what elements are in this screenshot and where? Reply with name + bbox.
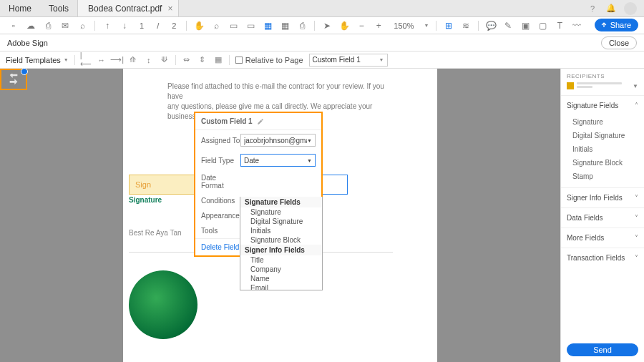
close-button[interactable]: Close [601,36,637,49]
field-palette-item[interactable]: Stamp [561,170,644,183]
accordion-title: Signature Fields [567,102,618,109]
signature-caption: Signature [129,196,162,204]
field-type-option[interactable]: Initials [240,226,322,235]
hand-icon[interactable]: ✋ [194,21,204,31]
field-type-option[interactable]: Signature [240,207,322,217]
assigned-to-select[interactable]: jacobrjohnson@gmail.com (Gro ▼ [240,134,316,147]
field-palette-item[interactable]: Signature Block [561,156,644,170]
zoom-level[interactable]: 150% [391,21,416,30]
align-left-icon[interactable]: |⟵ [81,55,91,65]
search-icon[interactable]: ⌕ [77,21,87,31]
tab-home[interactable]: Home [0,0,40,16]
page-current: 1 [137,21,147,30]
page-sep: / [154,21,162,30]
media-icon[interactable]: ▦ [280,21,290,31]
zoom-out-icon[interactable]: − [356,21,366,31]
stamp-tool-icon[interactable]: ▢ [537,21,547,31]
page-thumb-icon[interactable]: ▭ [228,21,238,31]
tab-tools[interactable]: Tools [40,0,77,16]
popover-title: Custom Field 1 [201,117,253,125]
zoom-in-icon[interactable]: + [374,21,384,31]
page-total: 2 [169,21,179,30]
send-button[interactable]: Send [567,343,638,356]
text-tool-icon[interactable]: T [555,21,565,31]
field-type-option[interactable]: Signature Block [240,235,322,245]
print-icon[interactable]: ⎙ [43,21,53,31]
mail-icon[interactable]: ✉ [60,21,70,31]
field-properties-popover: Custom Field 1 Assigned To jacobrjohnson… [194,112,323,257]
pencil-icon[interactable] [257,118,264,125]
fit-page-icon[interactable]: ▭ [245,21,255,31]
notification-icon[interactable]: 🔔 [605,3,617,14]
highlight-icon[interactable]: ✎ [503,21,513,31]
recipient-color-swatch [567,82,574,89]
align-top-icon[interactable]: ⟰ [128,55,138,65]
field-type-option[interactable]: Title [240,255,322,265]
date-format-label: Date Format [201,174,240,190]
tab-document-label: Bodea Contract.pdf [88,4,162,14]
field-type-value: Date [244,157,259,165]
match-height-icon[interactable]: ⇕ [197,55,208,65]
field-palette-item[interactable]: Initials [561,142,644,156]
cloud-icon[interactable]: ☁ [26,21,36,31]
accordion-header[interactable]: Transaction Fields˅ [561,248,644,268]
template-bar: Field Templates ▼ |⟵ ↔ ⟶| ⟰ ↕ ⟱ ⇔ ⇕ ▦ Re… [0,52,644,69]
align-bottom-icon[interactable]: ⟱ [160,55,170,65]
field-type-group: Signature Fields [240,197,322,207]
tab-close-icon[interactable]: × [167,4,172,14]
custom-field-select-value: Custom Field 1 [313,56,361,64]
nudge-tool-button[interactable] [0,69,27,90]
comment-icon[interactable]: 💬 [486,21,496,31]
chevron-down-icon: ▼ [633,83,638,89]
field-type-option[interactable]: Name [240,274,322,283]
page-down-icon[interactable]: ↓ [119,21,130,31]
accordion-header[interactable]: Data Fields˅ [561,208,644,228]
field-type-option[interactable]: Company [240,265,322,274]
accordion-title: More Fields [567,234,604,242]
field-type-option[interactable]: Digital Signature [240,217,322,226]
field-palette-item[interactable]: Signature [561,115,644,129]
main-toolbar: ▫ ☁ ⎙ ✉ ⌕ ↑ ↓ 1 / 2 ✋ ⌕ ▭ ▭ ▦ ▦ ⎙ ➤ ✋ − … [0,17,644,34]
recipient-email-placeholder [577,82,630,89]
snap-icon[interactable]: ⊞ [444,21,454,31]
field-type-select[interactable]: Date ▼ [240,154,316,167]
tab-document[interactable]: Bodea Contract.pdf × [77,0,179,16]
chevron-up-icon: ˄ [635,102,638,109]
align-middle-v-icon[interactable]: ↕ [144,55,154,65]
reflow-icon[interactable]: ≋ [461,21,471,31]
view-mode-icon[interactable]: ▦ [263,21,273,31]
field-type-option[interactable]: Email [240,283,322,290]
nudge-badge-icon [21,68,28,75]
sign-title: Adobe Sign [7,39,48,47]
help-icon[interactable]: ? [587,3,598,14]
recipient-item[interactable]: ▼ [561,81,644,95]
image-tool-icon[interactable]: ▣ [520,21,530,31]
custom-field-select[interactable]: Custom Field 1 ▼ [309,54,388,67]
field-templates-dropdown[interactable]: Field Templates ▼ [6,56,69,64]
accordion-header[interactable]: Signer Info Fields˅ [561,188,644,207]
draw-tool-icon[interactable]: 〰 [572,21,582,31]
accordion-header[interactable]: More Fields˅ [561,228,644,248]
page-up-icon[interactable]: ↑ [102,21,112,31]
accordion-title: Transaction Fields [567,254,625,262]
appearance-label: Appearance [201,212,240,220]
recipients-header: RECIPIENTS [561,69,644,81]
match-width-icon[interactable]: ⇔ [182,55,192,65]
field-palette-item[interactable]: Digital Signature [561,129,644,142]
account-avatar-icon[interactable] [624,2,637,15]
field-type-dropdown-menu: Signature FieldsSignatureDigital Signatu… [240,197,323,290]
print2-icon[interactable]: ⎙ [297,21,307,31]
pan-icon[interactable]: ✋ [339,21,349,31]
pointer-icon[interactable]: ➤ [322,21,332,31]
chevron-down-icon: ▼ [307,158,312,163]
accordion-header[interactable]: Signature Fields˄ [561,96,644,115]
match-both-icon[interactable]: ▦ [213,55,223,65]
share-button[interactable]: Share [595,19,638,31]
save-icon[interactable]: ▫ [9,21,19,31]
align-center-h-icon[interactable]: ↔ [97,55,107,65]
zoom-select-icon[interactable]: ⌕ [211,21,221,31]
chevron-down-icon: ˅ [635,194,638,202]
relative-to-page-toggle[interactable]: Relative to Page [235,56,303,64]
align-right-icon[interactable]: ⟶| [112,55,122,65]
chevron-down-icon: ▼ [307,138,312,143]
